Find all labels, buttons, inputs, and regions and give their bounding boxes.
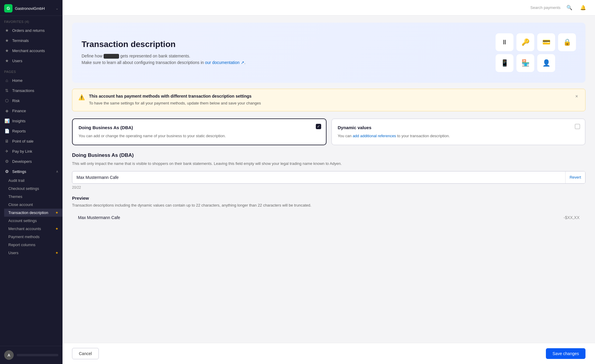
- sidebar-item-point-of-sale[interactable]: 🖥 Point of sale: [0, 136, 63, 146]
- sidebar-item-audit-trail[interactable]: Audit trail: [4, 176, 63, 185]
- sidebar-item-label: Close account: [8, 202, 33, 207]
- sidebar-item-transactions[interactable]: ⇅ Transactions: [0, 85, 63, 96]
- sidebar-item-users-fav[interactable]: ★ Users: [0, 56, 63, 66]
- finance-icon: ◈: [4, 108, 10, 113]
- alert-title: This account has payment methods with di…: [89, 94, 570, 99]
- content-area: Transaction description Define how ●●●●●…: [63, 15, 595, 343]
- star-icon: ★: [4, 38, 10, 43]
- sidebar: G GastronoviGmbH ⌄ FAVORITES (4) ★ Order…: [0, 0, 63, 364]
- settings-toggle[interactable]: ⚙ Settings ∧: [0, 166, 63, 176]
- company-chevron-icon[interactable]: ⌄: [56, 7, 58, 10]
- card-check-dba: ✓: [316, 124, 321, 129]
- card-body-dynamic: You can add additional references to you…: [338, 133, 579, 139]
- sidebar-item-home[interactable]: ⌂ Home: [0, 75, 63, 85]
- sidebar-item-checkout-settings[interactable]: Checkout settings: [4, 185, 63, 193]
- hero-icon-user: 👤: [537, 54, 555, 72]
- cancel-button[interactable]: Cancel: [72, 348, 99, 359]
- pos-icon: 🖥: [4, 138, 10, 144]
- preview-name: Max Mustermann Cafe: [78, 215, 120, 220]
- hero-icon-pillars: ⏸: [496, 33, 513, 51]
- revert-button[interactable]: Revert: [565, 171, 585, 183]
- bell-icon[interactable]: 🔔: [578, 3, 588, 13]
- alert-content: This account has payment methods with di…: [89, 94, 570, 106]
- favorite-star-icon[interactable]: ★: [55, 251, 58, 255]
- sidebar-item-merchant-accounts-settings[interactable]: Merchant accounts ★: [4, 225, 63, 233]
- alert-body: To have the same settings for all your p…: [89, 100, 570, 106]
- sidebar-item-label: Point of sale: [12, 139, 34, 143]
- hero-icon-card: 💳: [537, 33, 555, 51]
- sidebar-item-pay-by-link[interactable]: ✈ Pay by Link: [0, 146, 63, 156]
- company-logo: G: [4, 4, 13, 13]
- preview-title: Preview: [72, 196, 585, 201]
- card-title-dba: Doing Business As (DBA): [79, 125, 320, 130]
- card-dynamic[interactable]: Dynamic values You can add additional re…: [331, 118, 586, 146]
- char-count: 20/22: [72, 185, 585, 190]
- card-dba[interactable]: ✓ Doing Business As (DBA) You can add or…: [72, 118, 327, 146]
- card-title-dynamic: Dynamic values: [338, 125, 579, 130]
- sidebar-item-label: Finance: [12, 109, 26, 113]
- sidebar-item-label: Insights: [12, 119, 26, 123]
- sidebar-item-label: Checkout settings: [8, 186, 39, 191]
- option-cards-row: ✓ Doing Business As (DBA) You can add or…: [72, 118, 585, 146]
- star-icon: ★: [4, 58, 10, 63]
- sidebar-item-themes[interactable]: Themes: [4, 193, 63, 201]
- search-icon[interactable]: 🔍: [565, 3, 574, 13]
- favorite-star-icon[interactable]: ★: [55, 211, 58, 215]
- sidebar-item-orders[interactable]: ★ Orders and returns: [0, 25, 63, 35]
- sidebar-item-terminals[interactable]: ★ Terminals: [0, 35, 63, 46]
- sidebar-item-close-account[interactable]: Close account: [4, 201, 63, 209]
- save-changes-button[interactable]: Save changes: [546, 348, 585, 359]
- documentation-link[interactable]: our documentation ↗: [205, 60, 244, 65]
- sidebar-item-payment-methods[interactable]: Payment methods: [4, 233, 63, 241]
- sidebar-item-developers[interactable]: ⚙ Developers: [0, 156, 63, 166]
- hero-text: Transaction description Define how ●●●●●…: [82, 40, 246, 66]
- sidebar-item-label: Pay by Link: [12, 149, 32, 154]
- sidebar-item-users-settings[interactable]: Users ★: [4, 249, 63, 257]
- sidebar-item-report-columns[interactable]: Report columns: [4, 241, 63, 249]
- favorite-star-icon[interactable]: ★: [55, 227, 58, 231]
- alert-close-button[interactable]: ×: [574, 94, 579, 99]
- search-placeholder-text: Search payments: [530, 5, 560, 10]
- sidebar-item-label: Themes: [8, 194, 22, 199]
- add-references-link[interactable]: add additional references: [353, 134, 396, 138]
- page-title: Transaction description: [82, 40, 246, 49]
- hero-icon-store: 🏪: [516, 54, 534, 72]
- settings-submenu: Audit trail Checkout settings Themes Clo…: [0, 176, 63, 257]
- user-name-field: [17, 354, 58, 356]
- sidebar-item-transaction-description[interactable]: Transaction description ★: [4, 209, 63, 217]
- preview-description: Transaction descriptions including the d…: [72, 203, 585, 207]
- hero-icon-key: 🔑: [516, 33, 534, 51]
- preview-section: Preview Transaction descriptions includi…: [72, 196, 585, 225]
- alert-warning-icon: ⚠️: [78, 94, 85, 101]
- hero-icon-grid: ⏸ 🔑 💳 🔒 📱 🏪 👤: [496, 33, 576, 72]
- sidebar-item-merchant-accounts-fav[interactable]: ★ Merchant accounts: [0, 46, 63, 56]
- pay-by-link-icon: ✈: [4, 149, 10, 154]
- sidebar-item-insights[interactable]: 📊 Insights: [0, 116, 63, 126]
- sidebar-item-label: Payment methods: [8, 235, 40, 239]
- avatar: A: [4, 350, 14, 360]
- reports-icon: 📄: [4, 128, 10, 134]
- sidebar-item-account-settings[interactable]: Account settings: [4, 217, 63, 225]
- transactions-icon: ⇅: [4, 88, 10, 93]
- sidebar-item-label: Transactions: [12, 88, 34, 93]
- risk-icon: ⬡: [4, 98, 10, 103]
- dba-input-wrap: Revert: [72, 171, 585, 184]
- pages-label: PAGES: [0, 66, 63, 75]
- sidebar-item-risk[interactable]: ⬡ Risk: [0, 96, 63, 106]
- bottom-bar: Cancel Save changes: [63, 343, 595, 364]
- sidebar-item-label: Orders and returns: [12, 28, 45, 33]
- sidebar-item-label: Audit trail: [8, 178, 24, 183]
- search-area[interactable]: Search payments: [530, 5, 560, 10]
- star-icon: ★: [4, 48, 10, 53]
- card-check-dynamic: [575, 124, 580, 129]
- sidebar-item-label: Terminals: [12, 38, 29, 43]
- sidebar-header: G GastronoviGmbH ⌄: [0, 0, 63, 16]
- sidebar-item-finance[interactable]: ◈ Finance: [0, 106, 63, 116]
- star-icon: ★: [4, 28, 10, 33]
- dba-input[interactable]: [72, 171, 565, 183]
- settings-chevron-icon: ∧: [56, 170, 58, 174]
- sidebar-item-label: Developers: [12, 159, 32, 164]
- form-section: Doing Business As (DBA) This will only i…: [72, 152, 585, 190]
- sidebar-item-label: Merchant accounts: [12, 49, 45, 53]
- sidebar-item-reports[interactable]: 📄 Reports: [0, 126, 63, 136]
